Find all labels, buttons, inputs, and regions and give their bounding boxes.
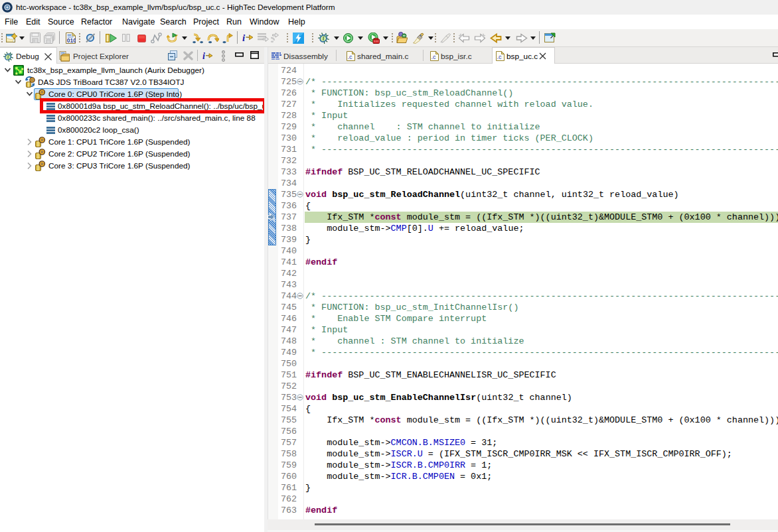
svg-text:i: i [202,51,205,60]
svg-text:.c: .c [348,54,353,60]
svg-text:.c: .c [431,54,437,60]
svg-text:.c: .c [497,54,503,60]
svg-text:010: 010 [67,37,76,44]
svg-text:i: i [242,33,246,42]
